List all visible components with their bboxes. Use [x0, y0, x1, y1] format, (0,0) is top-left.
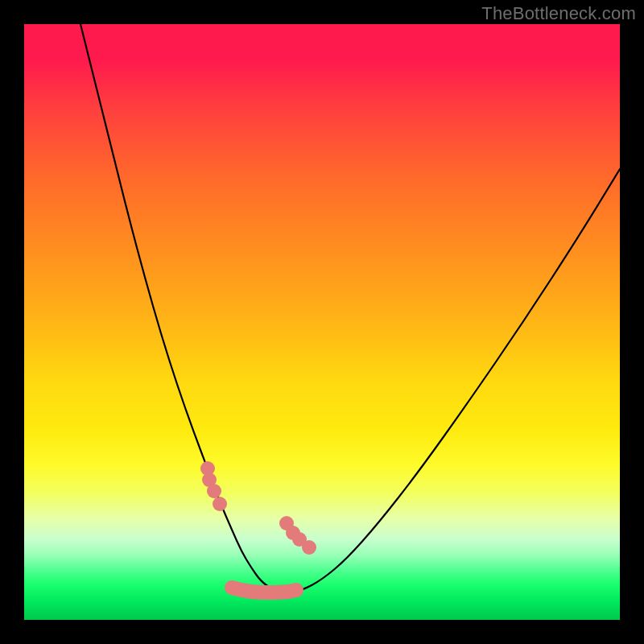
- curve-marker: [302, 540, 316, 555]
- highlight-band-bottom: [232, 588, 296, 592]
- watermark-text: TheBottleneck.com: [481, 3, 636, 24]
- highlight-dots-right: [279, 516, 316, 555]
- bottleneck-curve: [80, 24, 620, 592]
- chart-svg: [24, 24, 620, 620]
- highlight-dots-left: [200, 461, 227, 511]
- curve-marker: [207, 484, 221, 498]
- curve-marker: [213, 497, 227, 511]
